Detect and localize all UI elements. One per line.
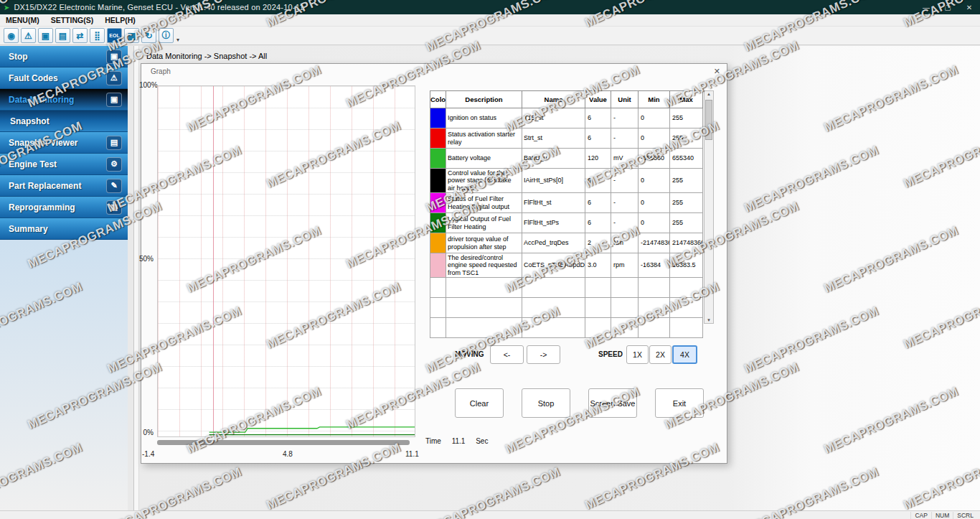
y-axis-tick: 50% [139,255,154,263]
series-color-swatch [430,169,446,193]
engine-test-icon[interactable]: ⇄ [72,28,88,43]
cell-description: Ignition on status [446,108,522,128]
cell-name: IAirHt_stPs[0] [522,169,585,193]
column-header-max: Max [670,91,703,108]
fault-codes-icon[interactable]: ⚠ [21,28,36,43]
table-row[interactable]: Ignition on statusT15_st6-0255 [430,108,703,128]
plot-hscrollbar[interactable] [157,440,410,445]
toolbar-icons: ◉⚠▣▤⇄⣿EOL▦↻ⓘ [4,28,174,43]
scrollbar-thumb[interactable] [705,100,712,140]
table-row[interactable]: Logical Output of Fuel Filter HeatingFlF… [430,213,703,233]
app-icon: ➤ [4,4,9,11]
cell-empty [670,278,703,298]
snapshot-icon[interactable]: ▤ [55,28,70,43]
part-replacement-icon[interactable]: ⣿ [90,28,105,43]
table-row[interactable]: Battery voltageBattU_u120mV-655360655340 [430,149,703,169]
cell-name: FlFltHt_st [522,193,585,213]
sidebar-item-part-replacement[interactable]: Part Replacement✎ [0,175,128,197]
speed-buttons: 1X2X4X [626,345,697,364]
cell-unit: - [611,108,639,128]
cell-max: 255 [670,193,703,213]
y-axis-tick: 100% [139,81,154,89]
speed-2x-button[interactable]: 2X [649,345,672,364]
eol-icon[interactable]: EOL [107,28,122,43]
cell-min: 0 [639,169,670,193]
table-row-empty [430,318,703,338]
splitter[interactable] [133,46,139,510]
sidebar-item-label: Stop [9,52,28,62]
cell-name: Strt_st [522,128,585,149]
cell-name: CoETS_nTSEASpdDes [522,253,585,278]
clear-button[interactable]: Clear [455,388,504,418]
cell-min: 0 [639,193,670,213]
cell-min: 0 [639,108,670,128]
cell-empty [639,298,670,318]
sidebar-item-label: Snapshot Viewer [9,138,77,148]
cell-value: 3.0 [585,253,611,278]
sidebar-item-stop[interactable]: Stop▣ [0,46,128,67]
sidebar-item-data-monitoring[interactable]: Data Monitoring▣ [0,89,128,111]
moving-prev-button[interactable]: <- [490,345,524,364]
close-button[interactable]: ✕ [958,4,980,11]
table-vscrollbar[interactable]: ▲ ▼ [704,90,714,324]
power-icon[interactable]: ◉ [4,28,19,43]
table-row[interactable]: Status of Fuel Filter Heating Digital ou… [430,193,703,213]
table-row[interactable]: Control value for the power stage for in… [430,169,703,193]
cell-max: 255 [670,128,703,149]
toolbar: ◉⚠▣▤⇄⣿EOL▦↻ⓘ ▾ [0,27,980,45]
scroll-down-icon[interactable]: ▼ [705,318,713,322]
sidebar-item-snapshot-viewer[interactable]: Snapshot Viewer▤ [0,132,128,154]
moving-next-button[interactable]: -> [527,345,560,364]
reprogramming-icon[interactable]: ↻ [141,28,156,43]
chip-icon: ▦ [106,200,122,215]
sidebar-item-fault-codes[interactable]: Fault Codes⚠ [0,67,128,89]
dialog-close-icon[interactable]: ✕ [714,67,720,76]
table-row[interactable]: Status activation starter relayStrt_st6-… [430,128,703,149]
sidebar-item-summary[interactable]: Summary [0,218,128,240]
exit-button[interactable]: Exit [655,388,704,418]
cell-empty [611,278,639,298]
cell-max: 255 [670,169,703,193]
summary-icon[interactable]: ⓘ [159,28,174,43]
cell-empty [611,318,639,338]
cell-empty [430,318,446,338]
camera-icon: ▤ [106,136,122,150]
cell-empty [446,298,522,318]
sidebar-item-engine-test[interactable]: Engine Test⚙ [0,154,128,175]
moving-buttons: <--> [490,345,560,364]
plot-area [157,85,415,437]
minimize-button[interactable]: — [915,4,937,11]
series-color-swatch [430,213,446,233]
table-row-empty [430,298,703,318]
screen-save-button[interactable]: Screen Save [588,388,637,418]
cell-value: 6 [585,128,611,149]
cell-name: AccPed_trqDes [522,233,585,253]
toolbar-overflow-icon[interactable]: ▾ [176,37,179,45]
data-monitoring-icon[interactable]: ▣ [38,28,53,43]
series-color-swatch [430,193,446,213]
sidebar-item-label: Fault Codes [9,73,58,83]
sidebar-item-reprogramming[interactable]: Reprogramming▦ [0,197,128,218]
stop-button[interactable]: Stop [522,388,570,418]
menu-setting-s[interactable]: SETTING(S) [45,16,100,24]
maximize-button[interactable]: ▢ [937,4,958,11]
cell-empty [430,278,446,298]
series-color-swatch [430,253,446,278]
speed-4x-button[interactable]: 4X [672,345,697,364]
speed-1x-button[interactable]: 1X [626,345,649,364]
table-row[interactable]: driver torque value of propulsion after … [430,233,703,253]
cell-min: -16384 [639,253,670,278]
snapshot-viewer-icon[interactable]: ▦ [124,28,139,43]
titlebar: ➤ DX15/DX22 Electronic Marine, Genset EC… [0,0,980,14]
sidebar-item-snapshot[interactable]: Snapshot [0,111,128,132]
sidebar-item-label: Data Monitoring [9,95,74,105]
menu-help-h[interactable]: HELP(H) [99,16,141,24]
graph-dialog: Graph ✕ 100% 50% 0% -1.4 4.8 11.1 Time 1… [141,63,727,464]
time-readout: Time 11.1 Sec [425,437,496,445]
cell-unit: - [611,169,639,193]
cell-empty [585,298,611,318]
table-row[interactable]: The desired/control engine speed request… [430,253,703,278]
scroll-up-icon[interactable]: ▲ [705,92,713,96]
x-axis-tick: 11.1 [405,450,419,458]
menu-menu-m[interactable]: MENU(M) [0,16,45,24]
